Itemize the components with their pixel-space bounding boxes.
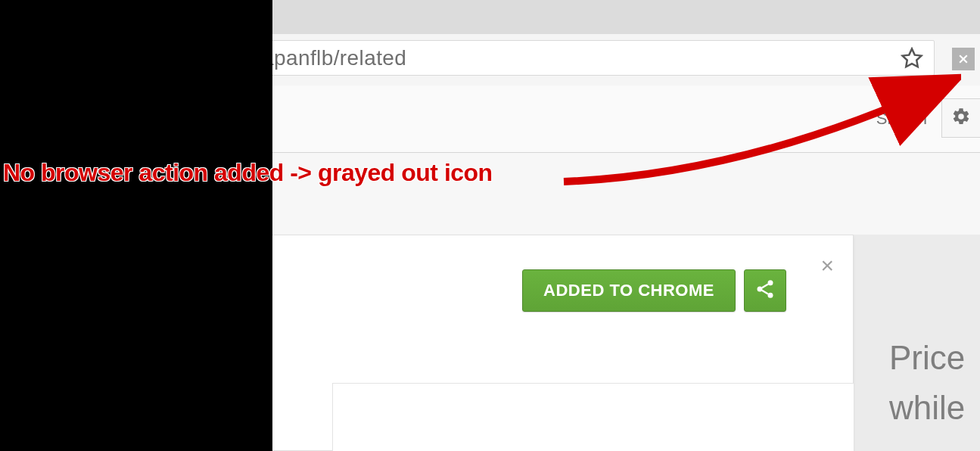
- svg-line-7: [762, 291, 768, 294]
- share-button[interactable]: [744, 269, 786, 312]
- annotation-text: No browser action added -> grayed out ic…: [3, 159, 493, 187]
- popup-content-panel: [332, 383, 854, 451]
- svg-point-5: [768, 293, 773, 298]
- screenshot-stage: Sign in × ADDED TO CHROME Price while No…: [0, 0, 980, 451]
- svg-point-3: [768, 280, 773, 285]
- background-sidebar-text: Price while: [889, 333, 980, 433]
- close-icon[interactable]: ×: [820, 254, 834, 277]
- added-button-label: ADDED TO CHROME: [543, 281, 714, 300]
- redaction-overlay: [0, 0, 272, 451]
- added-to-chrome-button[interactable]: ADDED TO CHROME: [522, 269, 736, 312]
- svg-point-4: [758, 287, 763, 292]
- share-icon: [754, 278, 776, 303]
- svg-line-6: [762, 285, 768, 288]
- annotation-arrow: [560, 61, 961, 197]
